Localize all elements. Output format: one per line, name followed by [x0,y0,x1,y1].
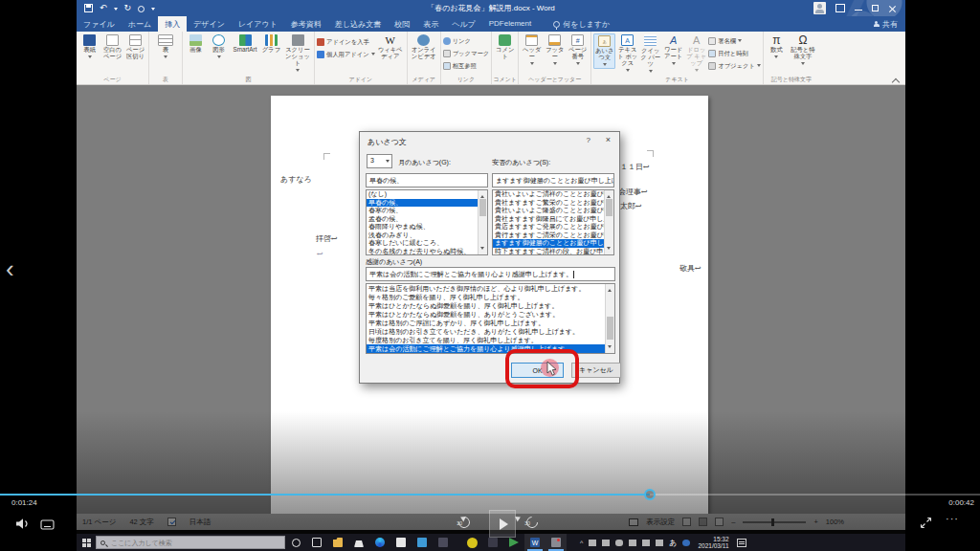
online-video-button[interactable]: オンラインビデオ [410,33,438,60]
footer-button[interactable]: フッター [544,33,566,67]
equation-button[interactable]: π数式 [766,33,788,60]
safety-greeting-input[interactable]: ますます御健勝のこととお慶び申し上げます。 [492,173,614,187]
tab-insert[interactable]: 挿入 [158,16,187,32]
taskbar-clock[interactable]: 15:32 2021/03/11 [698,536,728,550]
list-item[interactable]: 毎度格別のお引き立てを賜り、厚く御礼申し上げます。 [367,336,614,344]
page-number-button[interactable]: #ページ番号 [567,33,589,67]
list-item[interactable]: 平素は当店を御利用いただき御厚情のほど、心より御礼申し上げます。 [367,284,614,293]
list-item[interactable]: 貴社いよいよご清祥のこととお慶び申し上げます。 [493,190,613,199]
list-item[interactable]: 春寒の候、 [367,207,487,215]
tab-layout[interactable]: レイアウト [232,16,284,32]
hidden-icons-chevron[interactable]: ^ [580,540,583,546]
tell-me-box[interactable]: 何をしますか [553,16,610,32]
word-count[interactable]: 42 文字 [129,518,153,527]
tab-view[interactable]: 表示 [416,16,445,32]
list-item[interactable]: 貴社ますます御隆昌にてお慶び申し上げます。 [493,215,613,224]
task-view-button[interactable] [306,534,327,551]
taskbar-search-box[interactable] [96,536,285,549]
link-button[interactable]: リンク [443,35,490,47]
play-button[interactable] [489,510,516,538]
shrink-player-button[interactable] [920,516,932,533]
edge-button[interactable] [369,534,390,551]
zoom-in-button[interactable]: + [813,518,817,526]
proofing-status-icon[interactable] [167,518,176,526]
mail-button[interactable] [390,534,412,551]
account-avatar[interactable] [813,2,826,14]
month-greeting-input[interactable]: 早春の候、 [366,173,488,187]
list-item[interactable]: 貴店ますますご発展のこととお慶び申し上げます。 [493,223,613,231]
tab-home[interactable]: ホーム [122,16,158,32]
header-button[interactable]: ヘッダー [521,33,543,67]
cortana-button[interactable] [285,534,306,551]
tab-help[interactable]: ヘルプ [445,16,482,32]
list-item[interactable]: 貴社ますますご繁栄のこととお慶び申し上げます。 [493,199,613,208]
close-icon[interactable] [888,5,896,12]
list-item-selected[interactable]: ますます御健勝のこととお慶び申し上げます。 [493,239,613,248]
read-mode-icon[interactable] [682,518,691,526]
list-item[interactable]: 平素は格別のご厚誼にあずかり、厚く御礼申し上げます。 [367,319,614,327]
tab-file[interactable]: ファイル [77,16,122,32]
page-break-button[interactable]: ページ区切り [124,33,146,60]
zoom-level[interactable]: 100% [826,518,844,526]
tab-design[interactable]: デザイン [187,16,232,32]
scrollbar[interactable] [604,190,613,254]
cover-page-button[interactable]: 表紙 [78,33,100,60]
quick-parts-button[interactable]: クイック パーツ [639,33,661,75]
bookmark-button[interactable]: ブックマーク [443,48,490,59]
tab-pdfelement[interactable]: PDFelement [482,16,538,32]
date-time-button[interactable]: 日付と時刻 [708,48,761,59]
web-layout-icon[interactable] [715,518,724,526]
recorder-taskbar-button[interactable] [546,534,567,551]
tab-mailings[interactable]: 差し込み文書 [328,16,388,32]
tray-app-icon[interactable] [602,540,610,546]
store-button[interactable] [348,534,369,551]
more-options-button[interactable]: ··· [946,513,959,524]
list-item[interactable]: 春寒しだいに緩むころ、 [367,239,487,248]
list-item[interactable]: 浅春のみぎり、 [367,231,487,240]
previous-chapter-button[interactable]: ‹ [6,256,14,281]
greeting-line-button[interactable]: ああいさつ文 [593,33,615,69]
wikipedia-button[interactable]: Wウィキペディア [376,33,405,60]
print-layout-icon[interactable] [699,518,707,526]
list-item[interactable]: 貴社いよいよご隆盛のこととお慶び申し上げます。 [493,207,613,215]
object-button[interactable]: オブジェクト [708,60,761,72]
scrollbar[interactable] [478,190,487,254]
tab-references[interactable]: 参考資料 [284,16,328,32]
list-item[interactable]: 春雨降りやまぬ候、 [367,223,487,231]
list-item[interactable]: 平素はひとかたならぬ御愛顧を賜り、厚く御礼申し上げます。 [367,301,614,310]
network-tray-icon[interactable] [642,540,650,546]
volume-tray-icon[interactable] [629,540,636,546]
safety-greeting-list[interactable]: 貴社いよいよご清祥のこととお慶び申し上げます。 貴社ますますご繁栄のこととお慶び… [492,189,614,255]
list-item-selected[interactable]: 平素は会の活動にご理解とご協力を賜り心より感謝申し上げます。 [367,344,614,353]
tab-review[interactable]: 校閲 [388,16,416,32]
share-button[interactable]: 共有 [866,16,905,32]
video-progress-knob[interactable] [644,489,656,500]
cross-reference-button[interactable]: 相互参照 [443,60,490,72]
my-addins-button[interactable]: 個人用アドイン [317,49,375,60]
onenote-button[interactable] [433,534,454,551]
tray-app-icon[interactable] [589,540,596,546]
search-input[interactable] [109,539,262,547]
list-item[interactable]: 時下ますますご清祥の段、お慶び申し上げます。 [493,248,613,256]
dialog-close-button[interactable]: × [606,135,611,144]
signature-line-button[interactable]: 署名欄 [708,35,761,47]
table-button[interactable]: 表 [151,33,180,60]
ime-mode-indicator[interactable]: あ [669,538,677,548]
start-button[interactable] [77,539,96,547]
zoom-slider[interactable] [743,521,806,523]
pinned-app-button[interactable] [461,534,482,551]
link-tray-icon[interactable] [656,540,663,546]
scrollbar[interactable] [605,284,614,353]
file-explorer-button[interactable] [327,534,348,551]
blank-page-button[interactable]: 空白のページ [101,33,123,60]
symbol-button[interactable]: Ω記号と特殊文字 [789,33,817,67]
chart-button[interactable]: グラフ [260,33,282,54]
get-addins-button[interactable]: アドインを入手 [317,36,375,48]
ribbon-display-options-icon[interactable] [835,4,845,12]
gratitude-input[interactable]: 平素は会の活動にご理解とご協力を賜り心より感謝申し上げます。 [366,267,615,281]
list-item[interactable]: 平素はひとかたならぬ御愛顧を賜り、ありがとうございます。 [367,310,614,319]
tray-color-icon[interactable] [682,540,690,546]
list-item[interactable]: 貴行ますますご清栄のこととお慶び申し上げます。 [493,231,613,240]
list-item[interactable]: 日頃は格別のお引き立てをいただき、ありがたく御礼申し上げます。 [367,327,614,336]
onedrive-icon[interactable] [615,540,623,546]
